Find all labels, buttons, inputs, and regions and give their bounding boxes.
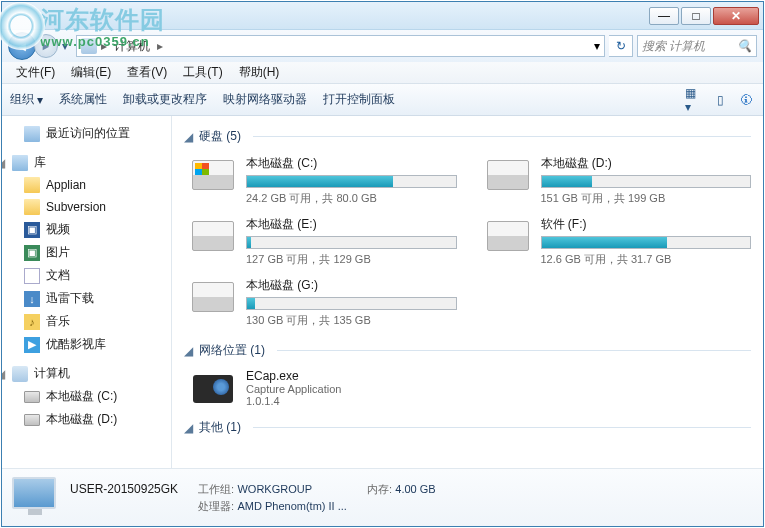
collapse-icon[interactable]: ◢ xyxy=(184,130,193,144)
preview-pane-icon[interactable]: ▯ xyxy=(711,91,729,109)
download-icon: ↓ xyxy=(24,291,40,307)
drive-usage-bar xyxy=(541,236,752,249)
video-icon: ▣ xyxy=(24,222,40,238)
drive-stat: 130 GB 可用，共 135 GB xyxy=(246,313,457,328)
sidebar-item[interactable]: Subversion xyxy=(2,196,171,218)
sidebar-recent[interactable]: 最近访问的位置 xyxy=(2,122,171,145)
titlebar[interactable]: — □ ✕ xyxy=(2,2,763,30)
drive-item[interactable]: 本地磁盘 (G:)130 GB 可用，共 135 GB xyxy=(190,277,457,328)
breadcrumb-sep: ▸ xyxy=(101,39,107,53)
drive-stat: 24.2 GB 可用，共 80.0 GB xyxy=(246,191,457,206)
sidebar-item-pictures[interactable]: ▣图片 xyxy=(2,241,171,264)
sidebar-item-music[interactable]: ♪音乐 xyxy=(2,310,171,333)
menu-file[interactable]: 文件(F) xyxy=(8,62,63,83)
drive-icon xyxy=(24,391,40,403)
nav-back-button[interactable]: ◄ xyxy=(8,32,36,60)
toolbar-organize[interactable]: 组织 ▾ xyxy=(10,91,43,108)
drive-item[interactable]: 本地磁盘 (C:)24.2 GB 可用，共 80.0 GB xyxy=(190,155,457,206)
drive-icon xyxy=(487,160,529,190)
details-cpu-label: 处理器: xyxy=(198,500,234,512)
drive-stat: 12.6 GB 可用，共 31.7 GB xyxy=(541,252,752,267)
drive-icon xyxy=(487,221,529,251)
sidebar-item-documents[interactable]: 文档 xyxy=(2,264,171,287)
breadcrumb-computer[interactable]: 计算机 xyxy=(111,37,153,56)
drive-icon xyxy=(24,414,40,426)
explorer-window: — □ ✕ ◄ ► ▾ ▸ 计算机 ▸ ▾ ↻ 搜索 计算机 🔍 文件(F) 编… xyxy=(1,1,764,527)
details-memory-label: 内存: xyxy=(367,483,392,495)
drive-name: 本地磁盘 (C:) xyxy=(246,155,457,172)
sidebar-item-downloads[interactable]: ↓迅雷下载 xyxy=(2,287,171,310)
toolbar-control-panel[interactable]: 打开控制面板 xyxy=(323,91,395,108)
minimize-button[interactable]: — xyxy=(649,7,679,25)
drive-usage-bar xyxy=(246,236,457,249)
drive-usage-bar xyxy=(246,297,457,310)
navigation-pane[interactable]: 最近访问的位置 ◢库 Applian Subversion ▣视频 ▣图片 文档… xyxy=(2,116,172,468)
menu-view[interactable]: 查看(V) xyxy=(119,62,175,83)
drive-icon xyxy=(192,282,234,312)
drive-icon xyxy=(192,221,234,251)
menu-bar: 文件(F) 编辑(E) 查看(V) 工具(T) 帮助(H) xyxy=(2,62,763,84)
details-computer-name: USER-20150925GK xyxy=(70,482,178,496)
drive-item[interactable]: 本地磁盘 (D:)151 GB 可用，共 199 GB xyxy=(485,155,752,206)
menu-edit[interactable]: 编辑(E) xyxy=(63,62,119,83)
search-icon[interactable]: 🔍 xyxy=(737,39,752,53)
details-pane: USER-20150925GK 工作组: WORKGROUP 内存: 4.00 … xyxy=(2,468,763,526)
search-placeholder: 搜索 计算机 xyxy=(642,38,705,55)
drive-name: 本地磁盘 (G:) xyxy=(246,277,457,294)
drive-item[interactable]: 软件 (F:)12.6 GB 可用，共 31.7 GB xyxy=(485,216,752,267)
breadcrumb-sep: ▸ xyxy=(157,39,163,53)
youku-icon: ▶ xyxy=(24,337,40,353)
nav-history-dropdown[interactable]: ▾ xyxy=(58,39,72,53)
collapse-icon[interactable]: ◢ xyxy=(184,344,193,358)
close-button[interactable]: ✕ xyxy=(713,7,759,25)
address-bar: ◄ ► ▾ ▸ 计算机 ▸ ▾ ↻ 搜索 计算机 🔍 xyxy=(2,30,763,62)
expand-icon[interactable]: ◢ xyxy=(2,156,6,170)
collapse-icon[interactable]: ◢ xyxy=(184,421,193,435)
drive-stat: 127 GB 可用，共 129 GB xyxy=(246,252,457,267)
menu-help[interactable]: 帮助(H) xyxy=(231,62,288,83)
drive-usage-bar xyxy=(246,175,457,188)
sidebar-item-youku[interactable]: ▶优酷影视库 xyxy=(2,333,171,356)
toolbar-uninstall[interactable]: 卸载或更改程序 xyxy=(123,91,207,108)
help-icon[interactable]: 🛈 xyxy=(737,91,755,109)
picture-icon: ▣ xyxy=(24,245,40,261)
folder-icon xyxy=(24,177,40,193)
sidebar-item-videos[interactable]: ▣视频 xyxy=(2,218,171,241)
sidebar-drive-d[interactable]: 本地磁盘 (D:) xyxy=(2,408,171,431)
view-options-icon[interactable]: ▦ ▾ xyxy=(685,91,703,109)
expand-icon[interactable]: ◢ xyxy=(2,367,6,381)
drive-name: 本地磁盘 (D:) xyxy=(541,155,752,172)
nav-forward-button[interactable]: ► xyxy=(34,34,58,58)
netloc-item[interactable]: ECap.exe Capture Application 1.0.1.4 xyxy=(184,369,751,409)
toolbar-map-drive[interactable]: 映射网络驱动器 xyxy=(223,91,307,108)
sidebar-item[interactable]: Applian xyxy=(2,174,171,196)
document-icon xyxy=(24,268,40,284)
chevron-down-icon: ▾ xyxy=(37,93,43,107)
details-cpu: AMD Phenom(tm) II ... xyxy=(237,500,346,512)
sidebar-libraries[interactable]: ◢库 xyxy=(2,151,171,174)
toolbar-properties[interactable]: 系统属性 xyxy=(59,91,107,108)
address-field[interactable]: ▸ 计算机 ▸ ▾ xyxy=(76,35,605,57)
drive-name: 软件 (F:) xyxy=(541,216,752,233)
music-icon: ♪ xyxy=(24,314,40,330)
sidebar-drive-c[interactable]: 本地磁盘 (C:) xyxy=(2,385,171,408)
drive-usage-bar xyxy=(541,175,752,188)
refresh-button[interactable]: ↻ xyxy=(609,35,633,57)
group-header-other[interactable]: ◢其他 (1) xyxy=(184,419,751,436)
details-memory: 4.00 GB xyxy=(395,483,435,495)
drive-item[interactable]: 本地磁盘 (E:)127 GB 可用，共 129 GB xyxy=(190,216,457,267)
content-pane[interactable]: ◢硬盘 (5) 本地磁盘 (C:)24.2 GB 可用，共 80.0 GB本地磁… xyxy=(172,116,763,468)
sidebar-computer[interactable]: ◢计算机 xyxy=(2,362,171,385)
group-header-drives[interactable]: ◢硬盘 (5) xyxy=(184,128,751,145)
libraries-icon xyxy=(12,155,28,171)
computer-icon xyxy=(12,366,28,382)
menu-tools[interactable]: 工具(T) xyxy=(175,62,230,83)
search-input[interactable]: 搜索 计算机 🔍 xyxy=(637,35,757,57)
recent-icon xyxy=(24,126,40,142)
maximize-button[interactable]: □ xyxy=(681,7,711,25)
computer-icon xyxy=(81,38,97,54)
toolbar: 组织 ▾ 系统属性 卸载或更改程序 映射网络驱动器 打开控制面板 ▦ ▾ ▯ 🛈 xyxy=(2,84,763,116)
address-dropdown[interactable]: ▾ xyxy=(594,39,600,53)
folder-icon xyxy=(24,199,40,215)
group-header-netloc[interactable]: ◢网络位置 (1) xyxy=(184,342,751,359)
